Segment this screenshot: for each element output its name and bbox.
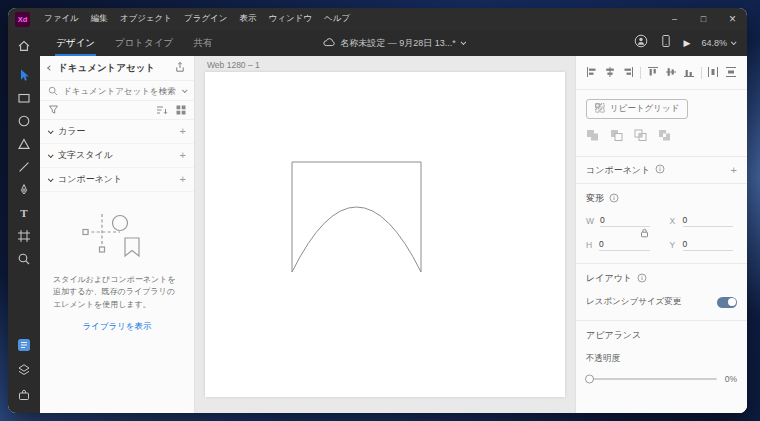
tab-share[interactable]: 共有 (183, 30, 222, 56)
responsive-resize-toggle[interactable] (717, 297, 737, 308)
component-section-header: コンポーネント + (576, 157, 747, 184)
export-icon[interactable] (174, 61, 186, 75)
menu-item-plugins[interactable]: プラグイン (178, 8, 234, 30)
y-field-value[interactable]: 0 (683, 239, 734, 251)
distribute-horizontal-icon[interactable] (707, 64, 719, 82)
app-header: デザイン プロトタイプ 共有 名称未設定 — 9月28日 13...* (40, 30, 747, 56)
polygon-tool-icon[interactable] (15, 136, 33, 152)
boolean-subtract-icon[interactable] (610, 128, 624, 146)
x-field-value[interactable]: 0 (683, 215, 734, 227)
menu-item-file[interactable]: ファイル (38, 8, 85, 30)
separator (640, 67, 641, 79)
align-left-icon[interactable] (586, 64, 598, 82)
close-button[interactable]: × (718, 8, 747, 30)
menu-item-view[interactable]: 表示 (234, 8, 263, 30)
line-tool-icon[interactable] (15, 159, 33, 175)
titlebar: Xd ファイル 編集 オブジェクト プラグイン 表示 ウィンドウ ヘルプ – □… (8, 8, 747, 30)
ellipse-tool-icon[interactable] (15, 113, 33, 129)
boolean-operations (576, 119, 747, 157)
align-middle-vertical-icon[interactable] (665, 64, 677, 82)
zoom-tool-icon[interactable] (15, 251, 33, 267)
appearance-label: アピアランス (586, 329, 641, 342)
align-top-icon[interactable] (647, 64, 659, 82)
section-character-styles[interactable]: 文字スタイル + (40, 144, 194, 168)
filter-icon[interactable] (48, 101, 59, 119)
show-libraries-link[interactable]: ライブラリを表示 (40, 321, 194, 333)
repeat-grid-icon (595, 103, 605, 115)
libraries-icon[interactable] (15, 337, 33, 353)
zoom-level-value: 64.8% (701, 38, 727, 48)
transform-section: 変形 W 0 X 0 (576, 184, 747, 264)
home-icon[interactable] (15, 38, 33, 54)
transform-label: 変形 (586, 192, 604, 205)
tab-prototype[interactable]: プロトタイプ (105, 30, 183, 56)
tool-column: T (8, 30, 40, 413)
appearance-section: アピアランス 不透明度 0% (576, 321, 747, 396)
align-right-icon[interactable] (622, 64, 634, 82)
menu-item-help[interactable]: ヘルプ (318, 8, 356, 30)
document-title[interactable]: 名称未設定 — 9月28日 13...* (322, 30, 465, 56)
canvas[interactable]: Web 1280 – 1 (195, 56, 575, 413)
artboard-label[interactable]: Web 1280 – 1 (207, 60, 260, 70)
section-components[interactable]: コンポーネント + (40, 168, 194, 192)
section-colors-label: カラー (58, 125, 85, 138)
section-colors[interactable]: カラー + (40, 120, 194, 144)
maximize-button[interactable]: □ (689, 8, 718, 30)
add-character-style-button[interactable]: + (180, 150, 186, 161)
xd-window: Xd ファイル 編集 オブジェクト プラグイン 表示 ウィンドウ ヘルプ – □… (8, 8, 747, 413)
chevron-down-icon (461, 39, 467, 45)
responsive-resize-label: レスポンシブサイズ変更 (586, 296, 681, 308)
boolean-add-icon[interactable] (586, 128, 600, 146)
back-chevron-icon[interactable] (47, 65, 53, 71)
device-preview-icon[interactable] (659, 34, 673, 52)
lock-aspect-icon[interactable] (640, 224, 649, 242)
plugins-icon[interactable] (15, 387, 33, 403)
artboard-tool-icon[interactable] (15, 228, 33, 244)
section-components-label: コンポーネント (58, 173, 122, 186)
create-component-button[interactable]: + (731, 165, 737, 176)
property-inspector: リピートグリッド コンポーネント + (575, 56, 747, 413)
layers-icon[interactable] (15, 362, 33, 378)
text-tool-icon[interactable]: T (15, 205, 33, 221)
align-bottom-icon[interactable] (683, 64, 695, 82)
y-field[interactable]: Y 0 (670, 239, 734, 251)
play-button[interactable]: ▶ (684, 38, 691, 48)
cloud-icon (322, 37, 335, 49)
opacity-slider[interactable] (586, 378, 717, 380)
align-center-horizontal-icon[interactable] (604, 64, 616, 82)
assets-panel: ドキュメントアセット (40, 56, 195, 413)
distribute-vertical-icon[interactable] (725, 64, 737, 82)
arch-shape[interactable] (205, 72, 565, 397)
info-icon[interactable] (655, 164, 665, 176)
x-field[interactable]: X 0 (670, 215, 734, 227)
account-avatar-icon[interactable] (634, 34, 648, 52)
repeat-grid-button[interactable]: リピートグリッド (586, 99, 688, 119)
rectangle-tool-icon[interactable] (15, 90, 33, 106)
boolean-exclude-icon[interactable] (658, 128, 672, 146)
artboard[interactable] (205, 72, 565, 397)
assets-search-input[interactable] (63, 86, 177, 96)
sort-list-view-icon[interactable] (156, 101, 168, 119)
y-field-label: Y (670, 240, 677, 250)
chevron-down-icon (48, 152, 54, 158)
pen-tool-icon[interactable] (15, 182, 33, 198)
chevron-down-icon (48, 128, 54, 134)
layout-section: レイアウト レスポンシブサイズ変更 (576, 264, 747, 321)
chevron-down-icon[interactable] (182, 87, 188, 93)
boolean-intersect-icon[interactable] (634, 128, 648, 146)
opacity-slider-knob[interactable] (585, 375, 594, 384)
menu-item-object[interactable]: オブジェクト (114, 8, 178, 30)
tab-design[interactable]: デザイン (46, 30, 105, 56)
info-icon[interactable] (637, 273, 647, 285)
menu-item-window[interactable]: ウィンドウ (263, 8, 319, 30)
add-component-button[interactable]: + (180, 174, 186, 185)
window-controls: – □ × (660, 8, 747, 30)
grid-view-icon[interactable] (176, 101, 186, 119)
info-icon[interactable] (609, 193, 619, 205)
add-color-button[interactable]: + (180, 126, 186, 137)
menu-item-edit[interactable]: 編集 (85, 8, 114, 30)
zoom-level-control[interactable]: 64.8% (701, 38, 735, 48)
height-field-label: H (586, 240, 593, 250)
select-tool-icon[interactable] (15, 67, 33, 83)
minimize-button[interactable]: – (660, 8, 689, 30)
